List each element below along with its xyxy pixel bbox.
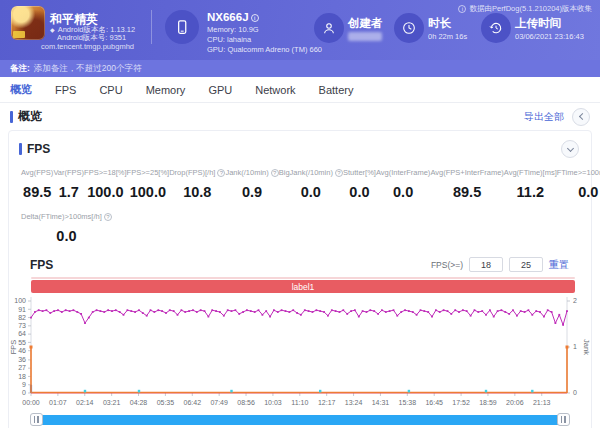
metric-value: 11.2 [517, 184, 544, 200]
fps-threshold-label: FPS(>=) [431, 260, 463, 270]
metric-label: Drop(FPS)[/h]? [169, 168, 225, 177]
metric: Avg(FTime)[ms]11.2 [504, 168, 557, 200]
tab-network[interactable]: Network [255, 84, 295, 96]
svg-text:18:59: 18:59 [479, 399, 497, 406]
svg-text:21:13: 21:13 [533, 399, 551, 406]
metric-info-icon[interactable]: ? [271, 169, 279, 177]
header-divider [151, 10, 152, 44]
metric: FPS>=18[%]100.0 [84, 168, 127, 200]
creator-icon [314, 13, 344, 43]
device-icon [165, 10, 199, 44]
svg-text:82: 82 [18, 314, 26, 321]
svg-text:11:10: 11:10 [291, 399, 308, 406]
metric-label: Avg(InterFrame) [376, 168, 430, 177]
info-icon: i [458, 5, 466, 13]
svg-text:15:38: 15:38 [399, 399, 417, 406]
grip-icon [34, 416, 39, 423]
grip-icon [561, 416, 566, 423]
metric-value: 100.0 [130, 184, 166, 200]
metric: BigJank(/10min)?0.0 [279, 168, 343, 200]
metric-label: Delta(FTime)>100ms[/h]? [21, 212, 112, 221]
overview-section-header: 概览 导出全部 [0, 103, 600, 130]
metric-value: 89.5 [453, 184, 481, 200]
zoom-handle-left[interactable] [30, 413, 43, 426]
fps-metrics-row: Avg(FPS)89.5Var(FPS)1.7FPS>=18[%]100.0FP… [9, 158, 591, 200]
svg-text:20:06: 20:06 [506, 399, 524, 406]
tab-gpu[interactable]: GPU [208, 84, 232, 96]
upload-time-icon [481, 13, 511, 43]
svg-text:06:42: 06:42 [184, 399, 202, 406]
fps-threshold-low-input[interactable] [469, 257, 503, 272]
metric-info-icon[interactable]: ? [335, 169, 343, 177]
chart-title: FPS [30, 258, 53, 272]
device-model: NX666J [207, 11, 249, 23]
note-label: 备注: [10, 63, 30, 75]
svg-text:46: 46 [18, 347, 26, 354]
svg-text:14:31: 14:31 [372, 399, 390, 406]
fps-threshold-high-input[interactable] [509, 257, 543, 272]
phone-icon [172, 17, 192, 37]
chart-zoom-scrollbar[interactable] [31, 415, 569, 425]
tab-fps[interactable]: FPS [55, 84, 76, 96]
metric-label: FTime>=100ms[%] [557, 168, 600, 177]
chevron-left-icon [578, 113, 585, 120]
metric: Avg(FPS)89.5 [21, 168, 53, 200]
fps-panel-title: FPS [27, 142, 50, 156]
svg-text:73: 73 [18, 322, 26, 329]
tab-memory[interactable]: Memory [146, 84, 186, 96]
metric-info-icon[interactable]: ? [104, 213, 112, 221]
metric: FPS>=25[%]100.0 [127, 168, 170, 200]
note-input-bar[interactable]: 备注: 添加备注，不超过200个字符 [0, 60, 600, 77]
collapse-button[interactable] [572, 108, 590, 126]
metric-info-icon[interactable]: ? [217, 169, 225, 177]
svg-text:0: 0 [22, 389, 26, 396]
device-cpu: CPU: lahaina [207, 35, 251, 44]
metric-label: Avg(FTime)[ms] [504, 168, 557, 177]
svg-text:Jank: Jank [582, 339, 591, 355]
metric-label: Avg(FPS) [21, 168, 53, 177]
tab-bar: 概览FPSCPUMemoryGPUNetworkBattery [0, 77, 600, 103]
svg-text:16:45: 16:45 [425, 399, 443, 406]
metric-value: 0.9 [242, 184, 262, 200]
zoom-handle-right[interactable] [557, 413, 570, 426]
metric-value: 0.0 [393, 184, 413, 200]
reset-link[interactable]: 重置 [549, 258, 569, 272]
export-all-link[interactable]: 导出全部 [524, 110, 564, 124]
svg-text:100: 100 [14, 297, 26, 304]
svg-text:07:49: 07:49 [210, 399, 228, 406]
metric-label: FPS>=25[%] [127, 168, 170, 177]
chart-label-banner: label1 [31, 280, 575, 293]
svg-text:0: 0 [573, 389, 577, 396]
section-accent-bar [10, 111, 13, 123]
upload-time-value: 03/06/2021 23:16:43 [515, 32, 584, 41]
svg-text:13:24: 13:24 [345, 399, 363, 406]
metric-label: FPS>=18[%] [84, 168, 127, 177]
metric-value: 0.0 [56, 228, 76, 244]
metric-value: 10.8 [183, 184, 211, 200]
svg-text:18: 18 [18, 373, 26, 380]
svg-text:01:07: 01:07 [49, 399, 67, 406]
svg-text:2: 2 [573, 297, 577, 304]
svg-text:12:17: 12:17 [318, 399, 336, 406]
metric: Jank(/10min)?0.9 [225, 168, 278, 200]
history-clock-icon [488, 20, 504, 36]
device-info-icon[interactable]: i [251, 14, 259, 22]
svg-text:04:28: 04:28 [130, 399, 148, 406]
fps-panel: FPS Avg(FPS)89.5Var(FPS)1.7FPS>=18[%]100… [8, 130, 592, 428]
device-gpu: GPU: Qualcomm Adreno (TM) 660 [207, 45, 322, 54]
upload-time-label: 上传时间 [515, 16, 561, 31]
game-icon-badge [13, 31, 25, 38]
fps-line-chart[interactable]: 1009182736455463627189021000:0001:0702:1… [9, 295, 591, 415]
svg-text:17:52: 17:52 [452, 399, 470, 406]
metric: Stutter[%]0.0 [343, 168, 376, 200]
tab-battery[interactable]: Battery [319, 84, 354, 96]
duration-icon [394, 13, 424, 43]
tab-cpu[interactable]: CPU [99, 84, 122, 96]
svg-text:9: 9 [22, 381, 26, 388]
metric-label: Var(FPS) [53, 168, 84, 177]
fps-collapse-button[interactable] [561, 140, 579, 158]
svg-text:55: 55 [18, 339, 26, 346]
tab-概览[interactable]: 概览 [10, 82, 32, 97]
metric-value: 0.0 [301, 184, 321, 200]
panel-accent-bar [19, 143, 22, 155]
